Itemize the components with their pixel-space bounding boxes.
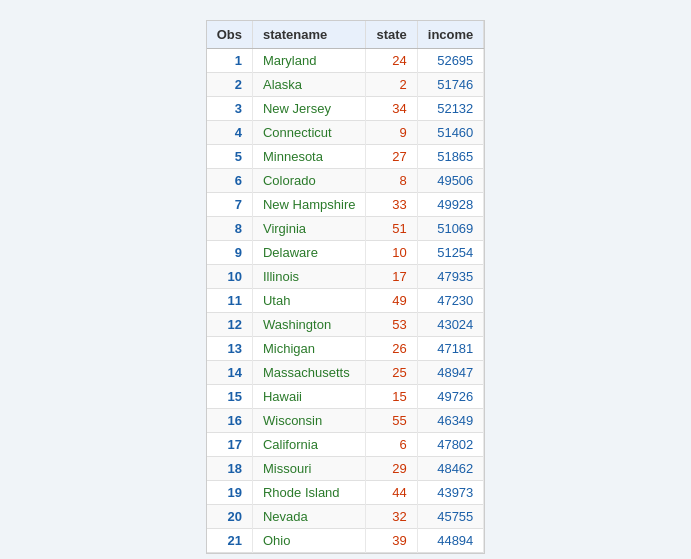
cell-state: 2 [366, 73, 417, 97]
cell-statename: Minnesota [252, 145, 365, 169]
cell-state: 51 [366, 217, 417, 241]
cell-state: 55 [366, 409, 417, 433]
cell-income: 48947 [417, 361, 484, 385]
cell-income: 44894 [417, 529, 484, 553]
cell-income: 51069 [417, 217, 484, 241]
cell-obs: 14 [207, 361, 253, 385]
cell-statename: Nevada [252, 505, 365, 529]
col-header-income: income [417, 21, 484, 49]
table-row: 9Delaware1051254 [207, 241, 484, 265]
table-row: 18Missouri2948462 [207, 457, 484, 481]
cell-income: 47230 [417, 289, 484, 313]
table-row: 16Wisconsin5546349 [207, 409, 484, 433]
cell-statename: Virginia [252, 217, 365, 241]
table-row: 1Maryland2452695 [207, 49, 484, 73]
cell-state: 44 [366, 481, 417, 505]
table-row: 4Connecticut951460 [207, 121, 484, 145]
cell-statename: Wisconsin [252, 409, 365, 433]
table-row: 7New Hampshire3349928 [207, 193, 484, 217]
cell-state: 17 [366, 265, 417, 289]
cell-statename: Connecticut [252, 121, 365, 145]
cell-obs: 20 [207, 505, 253, 529]
cell-state: 34 [366, 97, 417, 121]
cell-statename: Ohio [252, 529, 365, 553]
cell-income: 47802 [417, 433, 484, 457]
cell-state: 27 [366, 145, 417, 169]
table-row: 15Hawaii1549726 [207, 385, 484, 409]
cell-income: 49506 [417, 169, 484, 193]
cell-obs: 3 [207, 97, 253, 121]
cell-income: 43024 [417, 313, 484, 337]
cell-state: 32 [366, 505, 417, 529]
cell-statename: Michigan [252, 337, 365, 361]
cell-state: 6 [366, 433, 417, 457]
cell-state: 39 [366, 529, 417, 553]
cell-statename: New Hampshire [252, 193, 365, 217]
cell-obs: 12 [207, 313, 253, 337]
table-row: 13Michigan2647181 [207, 337, 484, 361]
cell-obs: 7 [207, 193, 253, 217]
cell-state: 26 [366, 337, 417, 361]
table-row: 10Illinois1747935 [207, 265, 484, 289]
cell-income: 45755 [417, 505, 484, 529]
cell-statename: New Jersey [252, 97, 365, 121]
cell-state: 8 [366, 169, 417, 193]
cell-income: 51865 [417, 145, 484, 169]
cell-obs: 13 [207, 337, 253, 361]
cell-state: 29 [366, 457, 417, 481]
cell-state: 49 [366, 289, 417, 313]
cell-obs: 10 [207, 265, 253, 289]
cell-obs: 9 [207, 241, 253, 265]
cell-obs: 15 [207, 385, 253, 409]
cell-income: 48462 [417, 457, 484, 481]
col-header-state: state [366, 21, 417, 49]
cell-income: 49726 [417, 385, 484, 409]
cell-statename: Colorado [252, 169, 365, 193]
cell-income: 51460 [417, 121, 484, 145]
cell-state: 25 [366, 361, 417, 385]
cell-obs: 18 [207, 457, 253, 481]
cell-income: 43973 [417, 481, 484, 505]
cell-statename: Maryland [252, 49, 365, 73]
cell-state: 15 [366, 385, 417, 409]
cell-statename: Missouri [252, 457, 365, 481]
cell-income: 46349 [417, 409, 484, 433]
cell-statename: Alaska [252, 73, 365, 97]
table-row: 20Nevada3245755 [207, 505, 484, 529]
cell-state: 9 [366, 121, 417, 145]
table-row: 6Colorado849506 [207, 169, 484, 193]
cell-obs: 17 [207, 433, 253, 457]
cell-obs: 1 [207, 49, 253, 73]
table-row: 19Rhode Island4443973 [207, 481, 484, 505]
cell-income: 52695 [417, 49, 484, 73]
cell-obs: 6 [207, 169, 253, 193]
col-header-statename: statename [252, 21, 365, 49]
cell-income: 47181 [417, 337, 484, 361]
cell-statename: Delaware [252, 241, 365, 265]
cell-income: 47935 [417, 265, 484, 289]
cell-state: 10 [366, 241, 417, 265]
cell-statename: Illinois [252, 265, 365, 289]
cell-obs: 19 [207, 481, 253, 505]
cell-income: 51254 [417, 241, 484, 265]
cell-obs: 8 [207, 217, 253, 241]
cell-state: 53 [366, 313, 417, 337]
table-row: 17California647802 [207, 433, 484, 457]
table-row: 21Ohio3944894 [207, 529, 484, 553]
cell-income: 49928 [417, 193, 484, 217]
table-row: 5Minnesota2751865 [207, 145, 484, 169]
cell-income: 52132 [417, 97, 484, 121]
cell-obs: 2 [207, 73, 253, 97]
cell-statename: Utah [252, 289, 365, 313]
cell-state: 33 [366, 193, 417, 217]
cell-obs: 4 [207, 121, 253, 145]
table-row: 2Alaska251746 [207, 73, 484, 97]
cell-obs: 5 [207, 145, 253, 169]
cell-statename: California [252, 433, 365, 457]
table-row: 12Washington5343024 [207, 313, 484, 337]
table-row: 8Virginia5151069 [207, 217, 484, 241]
cell-obs: 16 [207, 409, 253, 433]
cell-statename: Massachusetts [252, 361, 365, 385]
table-row: 11Utah4947230 [207, 289, 484, 313]
cell-state: 24 [366, 49, 417, 73]
